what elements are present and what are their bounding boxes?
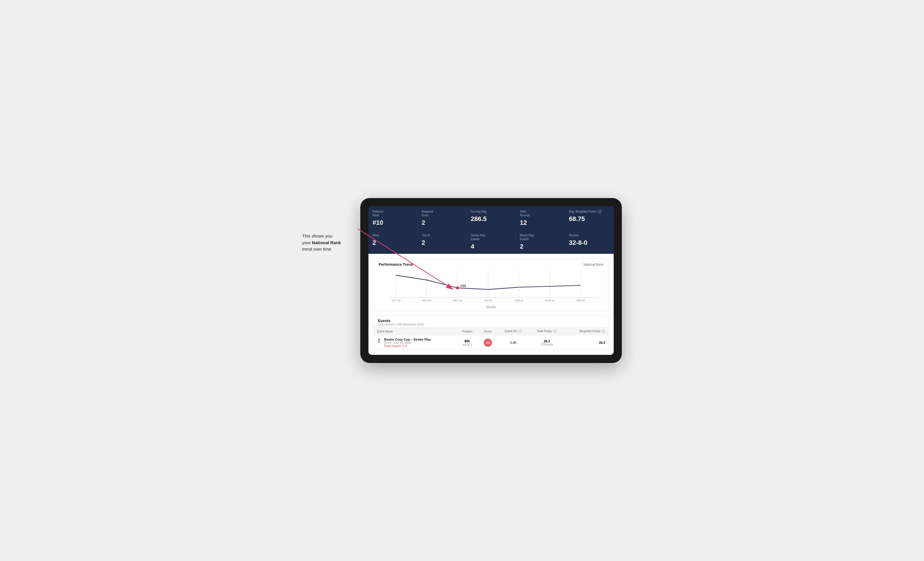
chevron-down-icon: ▼ <box>405 344 407 347</box>
col-total-points: Total Points ⓘ <box>529 328 565 335</box>
annotation-text: This shows you your National Rank trend … <box>302 233 341 253</box>
event-sg: 0.45 <box>498 335 529 350</box>
col-event-sg: Event SG ⓘ <box>498 328 529 335</box>
stat-scoring-avg: Scoring Avg. 286.5 <box>466 206 516 230</box>
stat-avg-weighted-points: Avg. Weighted Points ⓘ 68.75 <box>565 206 614 230</box>
info-icon-tp: ⓘ <box>553 329 557 333</box>
stats-grid-row1: NationalRank #10 RegionalRank 2 Scoring … <box>369 206 614 230</box>
chart-header: Performance Trend National Rank <box>379 262 603 266</box>
chart-title: Performance Trend <box>379 262 413 266</box>
col-score: Score <box>478 328 498 335</box>
events-table: Event Name Position Score Event SG ⓘ Tot… <box>374 327 608 350</box>
stats-grid-row2: Wins 2 Top 3s 2 Stroke PlayEvents 4 Matc… <box>369 230 614 254</box>
event-score: -22 <box>478 335 498 350</box>
stat-record: Record 32-8-0 <box>565 230 614 254</box>
stat-national-rank: NationalRank #10 <box>369 206 417 230</box>
events-last-updated: Last updated: 24th November 2023 <box>378 323 604 326</box>
tablet-device: NationalRank #10 RegionalRank 2 Scoring … <box>360 198 622 363</box>
svg-text:#10: #10 <box>460 284 466 287</box>
score-badge: -22 <box>484 338 492 347</box>
svg-text:DEC 23: DEC 23 <box>453 299 462 302</box>
table-row: 🏌️ Buster Cozy Cup – Stroke Play Oct 9 –… <box>374 335 608 350</box>
svg-text:OCT 23: OCT 23 <box>392 299 401 302</box>
chart-right-label: National Rank <box>584 263 603 266</box>
events-header: Events Last updated: 24th November 2023 <box>374 316 608 327</box>
svg-text:NOV 23: NOV 23 <box>422 299 431 302</box>
event-name-cell: 🏌️ Buster Cozy Cup – Stroke Play Oct 9 –… <box>374 335 456 350</box>
svg-point-10 <box>456 286 459 290</box>
svg-text:FEB 24: FEB 24 <box>514 299 523 302</box>
event-position: 6th out of 7 <box>456 335 478 350</box>
rank-impact: Rank Impact: 3 ▼ <box>384 344 431 347</box>
performance-chart: Performance Trend National Rank <box>374 259 609 311</box>
event-date: Oct 9 – Oct 10, 2023 <box>384 341 431 344</box>
event-title: Buster Cozy Cup – Stroke Play <box>384 338 431 341</box>
stat-total-rounds: TotalRounds 12 <box>516 206 565 230</box>
info-icon-wp: ⓘ <box>602 329 605 333</box>
stat-stroke-play-events: Stroke PlayEvents 4 <box>466 230 516 254</box>
stat-top3s: Top 3s 2 <box>417 230 466 254</box>
events-table-header: Event Name Position Score Event SG ⓘ Tot… <box>374 328 608 335</box>
content-area: Performance Trend National Rank <box>369 254 614 355</box>
chart-svg: #10 OCT 23 NOV 23 DEC 23 JAN 24 FEB 24 M… <box>379 269 603 304</box>
info-icon-sg: ⓘ <box>518 329 522 333</box>
stat-regional-rank: RegionalRank 2 <box>417 206 466 230</box>
svg-text:JAN 24: JAN 24 <box>484 299 492 302</box>
event-type-icon: 🏌️ <box>377 338 382 343</box>
chart-x-axis-label: Months <box>379 305 603 309</box>
col-event-name: Event Name <box>374 328 456 335</box>
svg-text:MAR 24: MAR 24 <box>545 299 554 302</box>
col-weighted-points: Weighted Points ⓘ <box>565 328 608 335</box>
outer-wrapper: This shows you your National Rank trend … <box>302 198 622 363</box>
events-section: Events Last updated: 24th November 2023 … <box>374 315 609 350</box>
stat-match-play-events: Match PlayEvents 2 <box>516 230 565 254</box>
col-position: Position <box>456 328 478 335</box>
event-details: Buster Cozy Cup – Stroke Play Oct 9 – Oc… <box>384 338 431 347</box>
total-points: 28.3 3 Rounds <box>529 335 565 350</box>
events-title: Events <box>378 319 604 323</box>
stat-wins: Wins 2 <box>369 230 417 254</box>
tablet-screen: NationalRank #10 RegionalRank 2 Scoring … <box>369 206 614 355</box>
svg-text:APR 24: APR 24 <box>576 299 585 302</box>
weighted-points: 28.3 <box>565 335 608 350</box>
